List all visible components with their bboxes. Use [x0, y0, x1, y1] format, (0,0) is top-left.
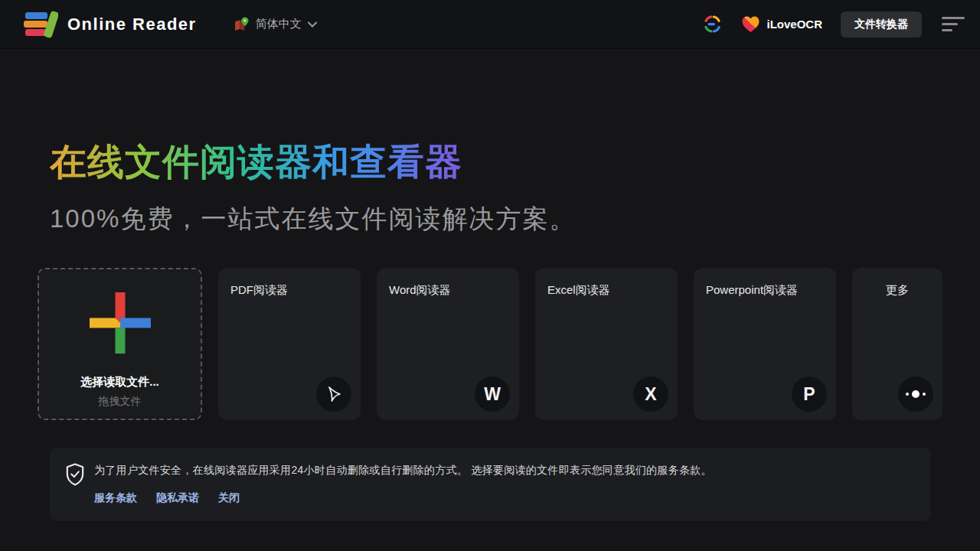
- upload-card-title: 选择读取文件...: [80, 375, 159, 390]
- reader-cards-row: 选择读取文件... 拖拽文件 PDF阅读器 Word阅读器 W Excel阅读器…: [38, 268, 942, 420]
- close-notice-link[interactable]: 关闭: [218, 491, 240, 505]
- card-pdf-reader[interactable]: PDF阅读器: [218, 268, 361, 420]
- notice-text: 为了用户文件安全，在线阅读器应用采用24小时自动删除或自行删除的方式。 选择要阅…: [94, 464, 907, 478]
- card-excel-reader[interactable]: Excel阅读器 X: [535, 268, 678, 420]
- card-title: Excel阅读器: [547, 283, 670, 298]
- brand-title: Online Reader: [67, 15, 197, 34]
- header-actions: iLoveOCR 文件转换器: [702, 11, 966, 37]
- pdf-reader-icon: [316, 377, 351, 412]
- card-title: Powerpoint阅读器: [706, 283, 828, 298]
- glyph-letter: X: [645, 386, 656, 403]
- card-more[interactable]: 更多: [852, 268, 942, 420]
- privacy-promise-link[interactable]: 隐私承诺: [156, 491, 199, 505]
- add-file-plus-icon: [90, 292, 151, 357]
- glyph-letter: W: [484, 386, 501, 403]
- powerpoint-reader-icon: P: [792, 377, 827, 412]
- iloveocr-label: iLoveOCR: [766, 18, 822, 31]
- hamburger-menu-icon[interactable]: [940, 14, 966, 34]
- file-safety-notice: 为了用户文件安全，在线阅读器应用采用24小时自动删除或自行删除的方式。 选择要阅…: [50, 448, 930, 521]
- terms-of-service-link[interactable]: 服务条款: [94, 491, 137, 505]
- online-reader-logo-icon: [23, 10, 58, 39]
- card-title: 更多: [852, 283, 942, 298]
- shield-check-icon: [65, 463, 85, 489]
- excel-reader-icon: X: [633, 377, 668, 412]
- page-title: 在线文件阅读器和查看器: [50, 142, 462, 183]
- card-powerpoint-reader[interactable]: Powerpoint阅读器 P: [694, 268, 836, 420]
- page-subtitle: 100%免费，一站式在线文件阅读解决方案。: [50, 202, 576, 236]
- language-selector[interactable]: 简体中文: [234, 16, 317, 32]
- card-title: PDF阅读器: [230, 283, 353, 298]
- top-navigation-bar: Online Reader 简体中文: [0, 0, 980, 49]
- more-options-icon: [898, 377, 933, 412]
- upload-file-dropzone[interactable]: 选择读取文件... 拖拽文件: [38, 268, 202, 420]
- file-converter-button[interactable]: 文件转换器: [841, 11, 922, 37]
- glyph-letter: P: [803, 386, 815, 403]
- iloveocr-link[interactable]: iLoveOCR: [741, 15, 822, 33]
- brand-logo[interactable]: Online Reader: [23, 10, 197, 39]
- card-word-reader[interactable]: Word阅读器 W: [377, 268, 519, 420]
- word-reader-icon: W: [475, 377, 510, 412]
- ocr-scan-icon[interactable]: [702, 14, 723, 34]
- chevron-down-icon: [308, 21, 317, 28]
- heart-icon: [741, 15, 760, 33]
- upload-card-subtitle: 拖拽文件: [99, 395, 142, 409]
- card-title: Word阅读器: [389, 283, 511, 298]
- language-map-pin-icon: [234, 16, 250, 32]
- language-label: 简体中文: [256, 17, 302, 31]
- notice-links: 服务条款 隐私承诺 关闭: [94, 491, 240, 505]
